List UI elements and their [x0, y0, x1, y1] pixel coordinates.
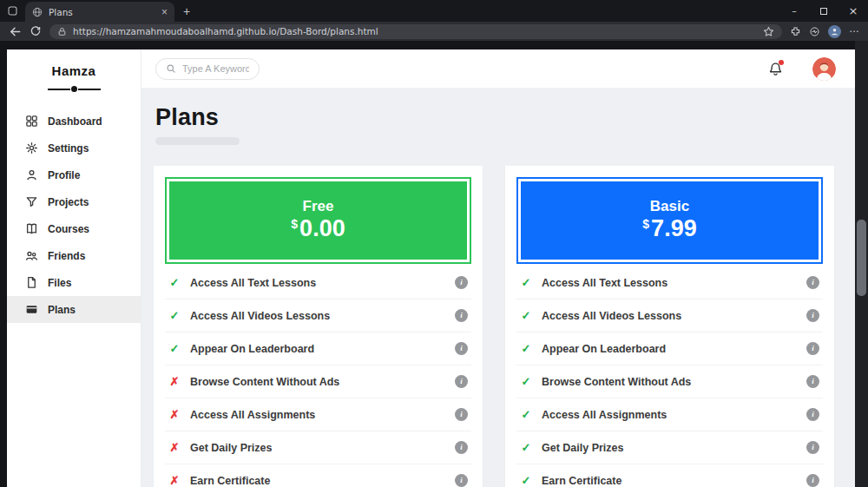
check-icon: ✓ [520, 408, 532, 421]
check-icon: ✓ [520, 474, 532, 487]
maximize-button[interactable] [809, 0, 838, 22]
sidebar-item-projects[interactable]: Projects [7, 188, 141, 215]
notifications-bell-icon[interactable] [768, 62, 783, 76]
minimize-button[interactable] [779, 0, 809, 22]
globe-favicon-icon [32, 7, 43, 17]
tab-strip: Plans [0, 0, 868, 22]
brand-divider [7, 86, 141, 92]
feature-label: Get Daily Prizes [542, 442, 624, 454]
scrollbar[interactable] [855, 41, 868, 487]
url-text: https://hamzamahmoudaboalhamd.github.io/… [73, 26, 757, 36]
plan-header: Basic$7.99 [516, 177, 823, 264]
tab-close-icon[interactable] [161, 7, 168, 17]
currency-symbol: $ [291, 217, 298, 231]
close-button[interactable] [838, 0, 868, 22]
plan-name: Free [303, 198, 334, 215]
feature-label: Get Daily Prizes [190, 442, 273, 454]
cross-icon: ✗ [168, 375, 181, 388]
sidebar-item-label: Plans [48, 304, 76, 316]
feature-row: ✓Get Daily Prizesi [516, 431, 823, 464]
main-column: Plans Free$0.00✓Access All Text Lessonsi… [141, 49, 855, 487]
info-icon[interactable]: i [806, 441, 819, 454]
feature-label: Access All Assignments [190, 409, 315, 421]
feature-row: ✗Earn Certificatei [165, 464, 471, 487]
info-icon[interactable]: i [806, 474, 819, 487]
info-icon[interactable]: i [455, 408, 468, 421]
feature-label: Access All Videos Lessons [542, 310, 681, 322]
dashboard-icon [24, 115, 38, 128]
feature-label: Access All Assignments [542, 409, 667, 421]
feature-label: Earn Certificate [542, 475, 621, 487]
feature-label: Browse Content Without Ads [542, 376, 691, 388]
feature-row: ✓Appear On Leaderboardi [165, 332, 471, 365]
sidebar-item-label: Friends [48, 250, 85, 262]
sidebar-item-profile[interactable]: Profile [7, 161, 141, 188]
feature-row: ✓Access All Videos Lessonsi [516, 299, 823, 332]
sidebar-item-dashboard[interactable]: Dashboard [7, 108, 141, 135]
feature-row: ✓Appear On Leaderboardi [516, 332, 823, 365]
info-icon[interactable]: i [806, 309, 819, 322]
sidebar-item-files[interactable]: Files [7, 269, 141, 296]
sidebar-item-label: Settings [48, 142, 89, 155]
cross-icon: ✗ [168, 441, 181, 454]
bookmark-star-icon[interactable] [763, 26, 774, 37]
search-box[interactable] [155, 58, 260, 80]
check-icon: ✓ [168, 309, 181, 322]
info-icon[interactable]: i [455, 375, 468, 388]
back-icon[interactable] [9, 25, 22, 38]
check-icon: ✓ [520, 309, 532, 322]
search-input[interactable] [182, 63, 249, 74]
sidebar-item-plans[interactable]: Plans [7, 296, 141, 323]
info-icon[interactable]: i [455, 441, 468, 454]
info-icon[interactable]: i [806, 342, 819, 355]
check-icon: ✓ [520, 441, 532, 454]
page-viewport: Hamza DashboardSettingsProfileProjectsCo… [0, 41, 868, 487]
browser-menu-icon[interactable] [849, 27, 859, 36]
sidebar-item-label: Courses [48, 223, 89, 235]
info-icon[interactable]: i [455, 474, 468, 487]
plan-card-basic: Basic$7.99✓Access All Text Lessonsi✓Acce… [505, 166, 834, 487]
browser-tab[interactable]: Plans [25, 2, 174, 22]
cross-icon: ✗ [168, 408, 181, 421]
browser-essentials-icon[interactable] [809, 26, 820, 37]
sidebar-item-courses[interactable]: Courses [7, 215, 141, 242]
info-icon[interactable]: i [455, 342, 468, 355]
new-tab-button[interactable] [183, 4, 190, 18]
sidebar-item-label: Profile [48, 169, 80, 181]
topbar [141, 49, 855, 88]
feature-row: ✓Access All Text Lessonsi [516, 267, 823, 299]
courses-icon [24, 222, 38, 235]
browser-profile-avatar[interactable] [828, 25, 841, 38]
address-bar[interactable]: https://hamzamahmoudaboalhamd.github.io/… [49, 24, 782, 39]
window-controls [779, 0, 868, 22]
check-icon: ✓ [520, 375, 532, 388]
feature-label: Appear On Leaderboard [542, 343, 666, 355]
info-icon[interactable]: i [455, 276, 468, 289]
info-icon[interactable]: i [806, 408, 819, 421]
feature-label: Appear On Leaderboard [190, 343, 314, 355]
plan-name: Basic [650, 198, 689, 215]
sidebar-item-friends[interactable]: Friends [7, 242, 141, 269]
plans-icon [24, 303, 38, 316]
feature-row: ✗Get Daily Prizesi [165, 431, 471, 464]
feature-row: ✓Earn Certificatei [516, 464, 823, 487]
check-icon: ✓ [168, 342, 181, 355]
check-icon: ✓ [520, 342, 532, 355]
plans-cards: Free$0.00✓Access All Text Lessonsi✓Acces… [154, 166, 834, 487]
user-avatar[interactable] [812, 57, 836, 81]
scrollbar-thumb[interactable] [857, 220, 866, 296]
info-icon[interactable]: i [455, 309, 468, 322]
refresh-icon[interactable] [30, 25, 42, 37]
sidebar-item-settings[interactable]: Settings [7, 135, 141, 161]
brand-logo: Hamza [7, 63, 141, 78]
extensions-icon[interactable] [790, 26, 801, 37]
title-underline [155, 137, 240, 145]
info-icon[interactable]: i [806, 276, 819, 289]
sidebar-item-label: Projects [48, 196, 89, 208]
lock-icon [57, 27, 67, 36]
feature-label: Browse Content Without Ads [190, 376, 339, 388]
friends-icon [24, 249, 38, 262]
info-icon[interactable]: i [806, 375, 819, 388]
window-icon[interactable] [7, 5, 18, 16]
sidebar-menu: DashboardSettingsProfileProjectsCoursesF… [7, 108, 141, 323]
